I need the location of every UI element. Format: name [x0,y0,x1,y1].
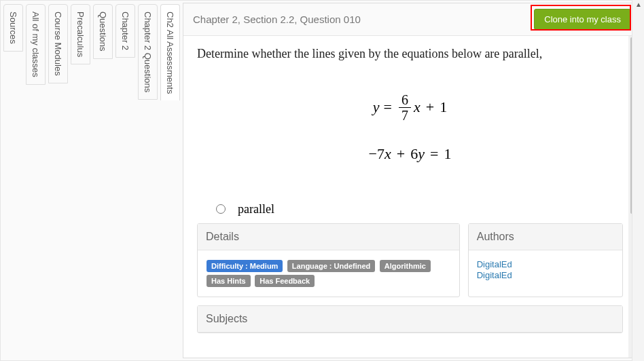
tab-ch2-all-assessments[interactable]: Ch2 All Assessments [160,4,180,100]
outer-scrollbar[interactable]: ▲ [632,0,644,361]
option-label: parallel [238,202,274,216]
eq2-mid-coef: 6 [410,145,418,164]
question-title: Chapter 2, Section 2.2, Question 010 [193,14,361,25]
eq1-num: 6 [399,92,411,108]
authors-header: Authors [469,224,622,250]
subjects-header: Subjects [198,306,622,332]
authors-body: DigitalEd DigitalEd [469,250,622,289]
tab-sources[interactable]: Sources [3,4,23,52]
content-area: Chapter 2, Section 2.2, Question 010 Clo… [183,3,641,358]
tab-questions[interactable]: Questions [93,4,113,59]
main-container: Sources All of my classes Course Modules… [0,0,644,361]
clone-into-class-button[interactable]: Clone into my class [534,9,631,30]
tab-chapter-2-questions[interactable]: Chapter 2 Questions [138,4,158,100]
badge-difficulty: Difficulty : Medium [207,260,283,272]
scroll-up-arrow-icon[interactable]: ▲ [635,1,642,8]
eq1-var: x [414,98,421,117]
equation-1: y = 6 7 x + 1 [197,88,623,127]
eq1-den: 7 [399,108,411,123]
breadcrumb-tabs: Sources All of my classes Course Modules… [1,1,183,360]
badge-algorithmic: Algorithmic [380,260,431,272]
details-panel: Details Difficulty : Medium Language : U… [197,223,460,297]
subjects-panel: Subjects [197,305,623,333]
tab-precalculus[interactable]: Precalculus [71,4,90,64]
author-link-2[interactable]: DigitalEd [477,270,614,280]
badge-feedback: Has Feedback [255,275,315,287]
question-body: Determine whether the lines given by the… [183,36,641,358]
tab-course-modules[interactable]: Course Modules [48,4,68,83]
question-prompt: Determine whether the lines given by the… [197,47,623,61]
eq1-const: 1 [440,98,447,117]
eq2-op1: + [397,145,405,164]
equation-2: −7 x + 6 y = 1 [197,140,623,168]
badge-hints: Has Hints [207,275,251,287]
eq2-rhs: 1 [444,145,451,164]
eq2-eq: = [430,145,438,164]
info-panels: Details Difficulty : Medium Language : U… [197,223,623,297]
badge-language: Language : Undefined [287,260,376,272]
eq2-lhs-var: x [384,145,391,164]
answer-option-parallel[interactable]: parallel [216,202,623,216]
author-link-1[interactable]: DigitalEd [477,259,614,269]
eq2-lhs-coef: −7 [369,145,384,164]
tab-all-my-classes[interactable]: All of my classes [26,4,46,85]
question-header: Chapter 2, Section 2.2, Question 010 Clo… [183,3,641,36]
eq1-op: + [426,98,434,117]
eq1-fraction: 6 7 [399,92,411,123]
tab-chapter-2[interactable]: Chapter 2 [115,4,135,58]
authors-panel: Authors DigitalEd DigitalEd [468,223,623,297]
details-body: Difficulty : Medium Language : Undefined… [198,250,459,297]
eq1-lhs: y [373,98,380,117]
eq2-mid-var: y [418,145,425,164]
radio-parallel[interactable] [216,204,226,214]
details-header: Details [198,224,459,250]
